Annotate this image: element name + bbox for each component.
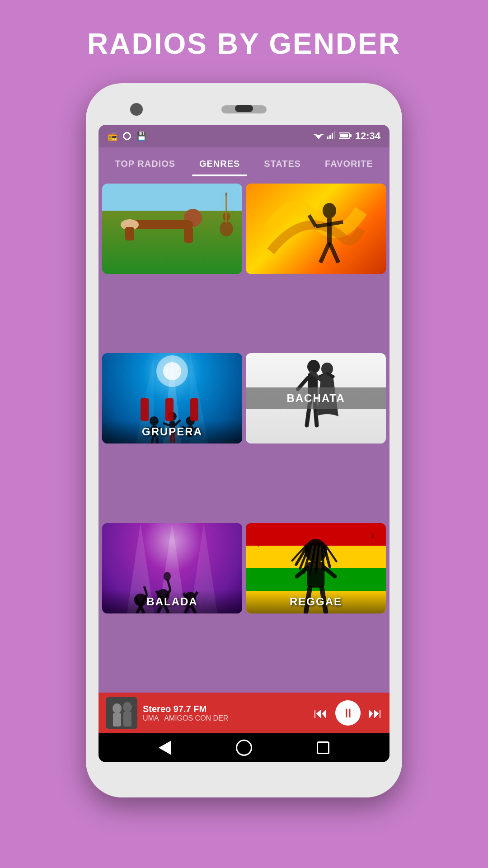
svg-line-23 (329, 242, 338, 263)
svg-line-91 (324, 568, 335, 576)
svg-line-22 (320, 242, 329, 263)
page-title: RADIOS BY GENDER (87, 27, 401, 61)
svg-point-13 (220, 221, 233, 236)
svg-rect-3 (332, 133, 333, 139)
phone-top (99, 96, 389, 123)
status-time: 12:34 (355, 130, 380, 142)
bachata-mid-label: BACHATA (246, 387, 386, 409)
radio-icon: 📻 (108, 131, 117, 141)
bottom-player: Stereo 97.7 FM UMA AMIGOS CON DER ⏮ ⏸ ⏭ (99, 693, 389, 733)
genre-card-reggae-label: REGGAE (246, 590, 386, 613)
svg-line-90 (297, 568, 307, 576)
genre-card-bachata[interactable]: BACHATA (246, 353, 386, 443)
genre-card-tropical[interactable] (246, 184, 386, 274)
genre-card-grupera[interactable]: GRUPERA (102, 353, 242, 443)
next-button[interactable]: ⏭ (368, 705, 382, 722)
svg-point-95 (113, 703, 122, 713)
svg-rect-2 (329, 135, 331, 139)
phone-screen: 📻 💾 (99, 125, 389, 762)
tab-states[interactable]: STATES (257, 155, 308, 173)
svg-point-19 (323, 203, 336, 218)
play-pause-button[interactable]: ⏸ (335, 700, 361, 726)
phone-camera (130, 103, 143, 116)
svg-point-73 (164, 572, 171, 581)
player-meta: UMA AMIGOS CON DER (143, 714, 308, 722)
svg-rect-48 (190, 398, 198, 421)
play-icon: ⏸ (342, 706, 354, 721)
tab-genres[interactable]: GENRES (192, 155, 247, 173)
genre-card-country[interactable] (102, 184, 242, 274)
back-button[interactable] (156, 739, 174, 757)
svg-rect-89 (307, 561, 325, 587)
genre-card-reggae[interactable]: ♪ ♩ REGGAE (246, 523, 386, 613)
svg-marker-0 (315, 135, 322, 139)
genre-card-balada-label: BALADA (102, 590, 242, 613)
prev-button[interactable]: ⏮ (314, 705, 328, 722)
battery-icon (339, 131, 352, 142)
svg-rect-98 (123, 712, 131, 726)
genre-card-grupera-label: GRUPERA (102, 420, 242, 443)
svg-rect-12 (184, 227, 193, 243)
player-controls: ⏮ ⏸ ⏭ (314, 700, 382, 726)
svg-rect-6 (340, 134, 348, 137)
svg-rect-46 (141, 398, 149, 421)
svg-rect-4 (334, 131, 335, 139)
phone-sensor (235, 105, 253, 112)
sd-card-icon: 💾 (136, 131, 146, 141)
nav-tabs: TOP RADIOS GENRES STATES FAVORITE (99, 147, 389, 180)
back-arrow-icon (159, 741, 171, 755)
svg-rect-1 (327, 137, 328, 139)
tab-favorite[interactable]: FAVORITE (318, 155, 380, 173)
status-right: 12:34 (314, 130, 380, 142)
circle-icon (123, 132, 131, 140)
svg-point-29 (163, 362, 181, 380)
signal-icon (327, 131, 335, 142)
svg-rect-7 (350, 134, 352, 137)
player-station: Stereo 97.7 FM (143, 704, 308, 714)
svg-point-49 (307, 360, 320, 373)
home-circle-icon (236, 740, 252, 756)
phone-bottom-physical (99, 762, 389, 785)
phone-bottom-nav (99, 733, 389, 762)
player-thumbnail (106, 697, 137, 729)
genre-grid: GRUPERA (99, 180, 389, 693)
svg-point-97 (123, 702, 132, 712)
svg-rect-94 (106, 697, 137, 729)
svg-rect-9 (130, 220, 193, 229)
recents-button[interactable] (314, 739, 332, 757)
tab-top-radios[interactable]: TOP RADIOS (108, 155, 183, 173)
svg-rect-47 (165, 398, 174, 421)
home-button[interactable] (235, 739, 253, 757)
svg-rect-11 (125, 227, 134, 241)
player-info: Stereo 97.7 FM UMA AMIGOS CON DER (143, 704, 308, 722)
genre-card-balada[interactable]: BALADA (102, 523, 242, 613)
recents-square-icon (317, 741, 329, 754)
svg-rect-96 (113, 713, 121, 726)
status-bar: 📻 💾 (99, 125, 389, 147)
wifi-icon (314, 131, 324, 142)
status-icons: 📻 💾 (108, 131, 146, 141)
phone-frame: 📻 💾 (86, 83, 402, 797)
